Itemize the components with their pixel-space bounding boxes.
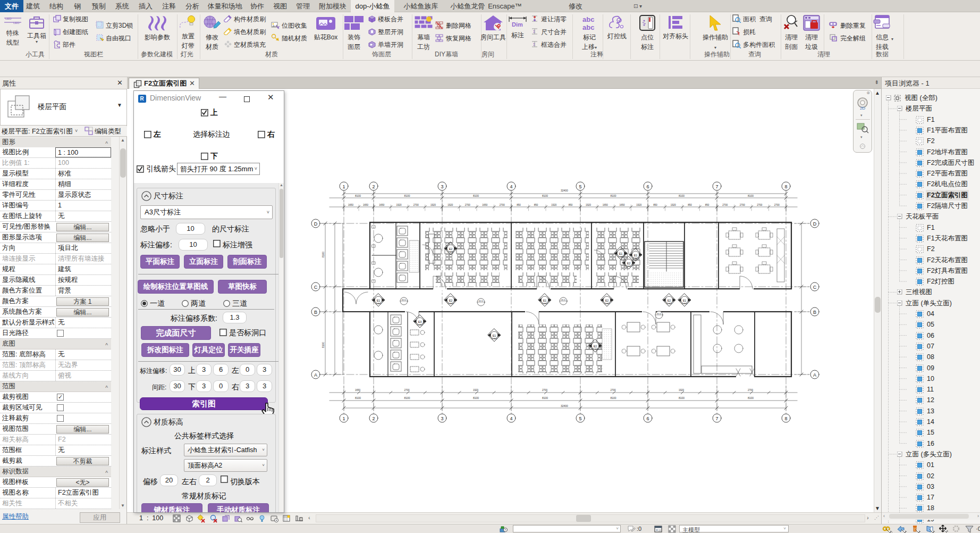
svg-text:1650: 1650 <box>379 204 385 206</box>
svg-text:06 11: 06 11 <box>561 299 566 301</box>
svg-text:3: 3 <box>441 184 443 189</box>
svg-text:E2: E2 <box>449 299 453 302</box>
svg-text:8100: 8100 <box>404 194 410 197</box>
svg-text:E1: E1 <box>543 299 547 302</box>
svg-text:E1: E1 <box>634 254 638 257</box>
svg-text:E2: E2 <box>627 262 631 265</box>
svg-text:2700: 2700 <box>413 204 419 206</box>
svg-text:8100: 8100 <box>322 342 325 348</box>
svg-text:E1: E1 <box>683 299 687 302</box>
svg-text:1650: 1650 <box>348 204 354 206</box>
svg-text:8100: 8100 <box>542 396 548 399</box>
svg-text:01 B04: 01 B04 <box>626 265 631 268</box>
svg-text:2700: 2700 <box>757 204 763 206</box>
svg-text:A: A <box>314 372 317 378</box>
svg-text:850: 850 <box>688 204 692 206</box>
svg-text:Σ: Σ <box>533 30 536 34</box>
svg-text:01 B04: 01 B04 <box>632 257 638 260</box>
svg-text:8100: 8100 <box>748 194 754 197</box>
svg-text:2D: 2D <box>860 106 865 111</box>
svg-text:abc: abc <box>582 23 594 31</box>
svg-text:8100: 8100 <box>355 396 361 399</box>
svg-text:01 B04: 01 B04 <box>604 303 610 305</box>
svg-text:8100: 8100 <box>473 194 479 197</box>
svg-text:1920: 1920 <box>551 204 557 206</box>
svg-text:E3: E3 <box>418 320 422 323</box>
svg-text:3: 3 <box>441 416 443 421</box>
svg-text:1920: 1920 <box>396 204 402 206</box>
svg-text:1650: 1650 <box>619 204 625 206</box>
svg-text:C: C <box>813 285 817 290</box>
svg-text:Dim: Dim <box>512 21 523 28</box>
svg-text:LED: LED <box>13 21 20 24</box>
svg-text:D: D <box>314 221 318 227</box>
svg-text:2700: 2700 <box>542 389 548 392</box>
svg-text:1650: 1650 <box>363 204 369 206</box>
svg-text:8100: 8100 <box>679 396 685 399</box>
svg-text:8100: 8100 <box>679 194 685 197</box>
svg-text:2700: 2700 <box>740 204 746 206</box>
svg-text:1920: 1920 <box>473 389 479 392</box>
svg-text:2700: 2700 <box>611 389 616 392</box>
svg-text:D: D <box>813 221 817 227</box>
svg-text:1: 1 <box>342 416 345 421</box>
svg-text:06 11: 06 11 <box>479 300 484 302</box>
svg-text:2700: 2700 <box>748 389 754 392</box>
svg-text:850: 850 <box>534 204 538 206</box>
svg-text:5: 5 <box>579 416 581 421</box>
svg-text:7: 7 <box>715 416 718 421</box>
svg-text:850: 850 <box>653 204 657 206</box>
svg-text:8100: 8100 <box>611 396 616 399</box>
svg-text:1650: 1650 <box>603 204 609 206</box>
svg-text:abc: abc <box>582 15 594 23</box>
svg-text:Σ: Σ <box>533 43 536 46</box>
svg-text:C: C <box>314 285 318 290</box>
svg-text:8100: 8100 <box>542 194 548 197</box>
svg-text:8100: 8100 <box>322 252 325 257</box>
svg-text:8100: 8100 <box>404 396 410 399</box>
svg-text:E2: E2 <box>449 247 453 251</box>
svg-text:2: 2 <box>372 184 375 189</box>
svg-text:8: 8 <box>784 416 787 421</box>
svg-text:E2: E2 <box>594 345 597 348</box>
svg-text:8: 8 <box>784 184 787 189</box>
svg-text:LED: LED <box>5 17 12 20</box>
svg-text:5: 5 <box>579 184 581 189</box>
svg-text:4: 4 <box>510 416 512 421</box>
svg-text:R: R <box>140 96 145 102</box>
svg-text:B: B <box>813 310 816 315</box>
svg-text:6: 6 <box>646 416 649 421</box>
svg-text:1650: 1650 <box>482 204 488 206</box>
svg-text:4: 4 <box>510 184 512 189</box>
svg-text:2700: 2700 <box>774 204 780 206</box>
svg-text:1: 1 <box>342 184 345 189</box>
svg-text:8100: 8100 <box>611 194 616 197</box>
svg-text:2700: 2700 <box>722 204 728 206</box>
svg-text:1920: 1920 <box>671 204 677 206</box>
svg-text:8100: 8100 <box>355 194 361 197</box>
svg-text:01 B04: 01 B04 <box>542 303 547 305</box>
svg-text:7: 7 <box>715 184 718 189</box>
svg-text:8100: 8100 <box>748 396 754 399</box>
svg-text:8100: 8100 <box>473 396 479 399</box>
svg-text:01 B04: 01 B04 <box>592 348 598 351</box>
svg-text:1920: 1920 <box>636 204 642 206</box>
svg-text:B: B <box>314 310 317 315</box>
svg-text:E1: E1 <box>377 299 381 302</box>
svg-text:01 B04: 01 B04 <box>417 324 423 326</box>
svg-text:1920: 1920 <box>447 204 453 206</box>
svg-text:850: 850 <box>569 204 573 206</box>
svg-text:6: 6 <box>646 184 649 189</box>
svg-text:A: A <box>813 372 816 378</box>
svg-text:E2: E2 <box>668 299 671 302</box>
svg-text:32400: 32400 <box>561 189 568 192</box>
svg-text:1920: 1920 <box>430 204 436 206</box>
svg-text:2700: 2700 <box>500 204 505 206</box>
svg-text:2700: 2700 <box>465 204 471 206</box>
svg-text:850: 850 <box>705 204 709 206</box>
svg-text:2: 2 <box>372 416 375 421</box>
svg-text:06 11: 06 11 <box>402 299 407 301</box>
svg-text:E1: E1 <box>619 252 623 255</box>
svg-text:E2: E2 <box>605 299 609 302</box>
svg-text:01 B04: 01 B04 <box>375 303 381 305</box>
